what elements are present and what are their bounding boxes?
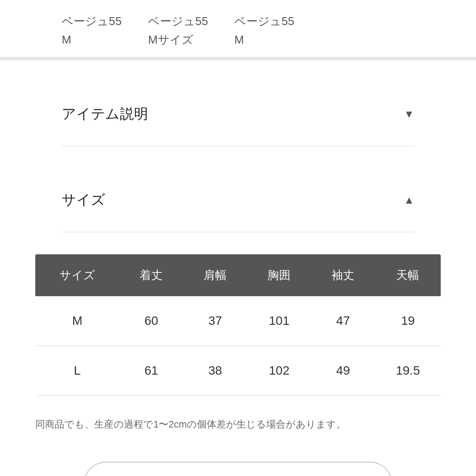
cell-l-ten: 19.5 [375, 346, 441, 395]
thumbnail-color-2: ベージュ55 [148, 13, 208, 29]
gap-3 [0, 232, 476, 254]
item-description-chevron: ▼ [404, 108, 414, 120]
item-description-title: アイテム説明 [62, 104, 148, 124]
cell-l-mune: 102 [247, 346, 311, 395]
size-image-btn-wrapper: サイズ画像を見る [0, 453, 476, 476]
cell-m-size: M [35, 296, 119, 346]
size-table-header-row: サイズ 着丈 肩幅 胸囲 袖丈 天幅 [35, 254, 441, 296]
size-note: 同商品でも、生産の過程で1〜2cmの個体差が生じる場合があります。 [0, 409, 476, 453]
thumbnail-item-1: ベージュ55 M [62, 13, 122, 48]
size-chevron: ▲ [404, 194, 414, 206]
cell-m-kittake: 60 [119, 296, 183, 346]
table-row-l: L 61 38 102 49 19.5 [35, 346, 441, 395]
size-image-button[interactable]: サイズ画像を見る [84, 462, 392, 476]
cell-m-katahaba: 37 [183, 296, 247, 346]
gap-2 [0, 146, 476, 168]
cell-l-katahaba: 38 [183, 346, 247, 395]
size-table-wrapper: サイズ 着丈 肩幅 胸囲 袖丈 天幅 M 60 37 101 47 19 [35, 254, 441, 396]
size-section-header[interactable]: サイズ ▲ [0, 168, 476, 232]
cell-m-mune: 101 [247, 296, 311, 346]
col-header-ten: 天幅 [375, 254, 441, 296]
table-row-m: M 60 37 101 47 19 [35, 296, 441, 346]
cell-l-sode: 49 [311, 346, 375, 395]
col-header-mune: 胸囲 [247, 254, 311, 296]
size-table: サイズ 着丈 肩幅 胸囲 袖丈 天幅 M 60 37 101 47 19 [35, 254, 441, 396]
thumbnail-size-2: Mサイズ [148, 32, 208, 48]
col-header-kittake: 着丈 [119, 254, 183, 296]
thumbnail-color-3: ベージュ55 [234, 13, 294, 29]
page-wrapper: ベージュ55 M ベージュ55 Mサイズ ベージュ55 M アイテム説明 ▼ サ… [0, 0, 476, 476]
cell-m-ten: 19 [375, 296, 441, 346]
cell-l-size: L [35, 346, 119, 395]
size-title: サイズ [62, 190, 105, 210]
col-header-sode: 袖丈 [311, 254, 375, 296]
item-description-section[interactable]: アイテム説明 ▼ [0, 82, 476, 146]
thumbnail-size-1: M [62, 32, 122, 48]
col-header-size: サイズ [35, 254, 119, 296]
thumbnail-item-2: ベージュ55 Mサイズ [148, 13, 208, 48]
thumbnail-row: ベージュ55 M ベージュ55 Mサイズ ベージュ55 M [0, 0, 476, 57]
thumbnail-size-3: M [234, 32, 294, 48]
section-divider-bar [0, 57, 476, 60]
thumbnail-color-1: ベージュ55 [62, 13, 122, 29]
gap-1 [0, 60, 476, 82]
thumbnail-item-3: ベージュ55 M [234, 13, 294, 48]
col-header-katahaba: 肩幅 [183, 254, 247, 296]
cell-m-sode: 47 [311, 296, 375, 346]
cell-l-kittake: 61 [119, 346, 183, 395]
